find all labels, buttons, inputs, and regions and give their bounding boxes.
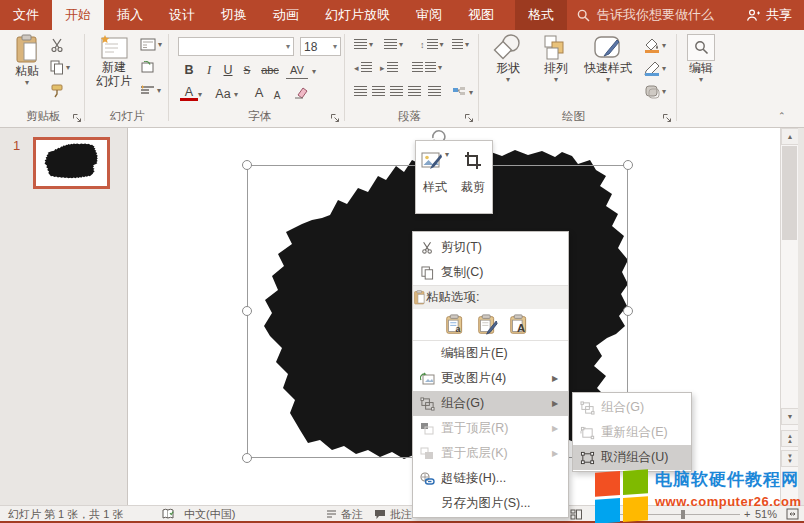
paste-use-destination-theme-button[interactable] — [475, 313, 499, 337]
collapse-ribbon-button[interactable]: ⌃ — [778, 111, 786, 121]
align-left-button[interactable] — [354, 86, 367, 97]
spell-check-button[interactable] — [162, 506, 175, 522]
tab-format[interactable]: 格式 — [515, 0, 567, 30]
quick-styles-button[interactable]: 快速样式 ▾ — [580, 34, 636, 83]
next-slide-button[interactable]: ▼▼ — [781, 450, 799, 467]
bullets-caret: ▾ — [369, 41, 373, 48]
submenu-arrow-icon: ▶ — [552, 399, 568, 408]
tab-slideshow[interactable]: 幻灯片放映 — [312, 0, 403, 30]
reset-slide-button[interactable] — [140, 61, 155, 74]
increase-indent-icon — [387, 62, 398, 73]
normal-view-button[interactable] — [570, 506, 582, 522]
share-button[interactable]: 共享 — [734, 0, 804, 30]
underline-button[interactable]: U — [219, 61, 237, 79]
clear-formatting-button[interactable] — [294, 86, 308, 99]
menu-item-copy[interactable]: 复制(C) — [413, 260, 568, 285]
decrease-indent-button[interactable]: ◂ — [354, 62, 372, 73]
arrange-caret: ▾ — [554, 76, 558, 83]
new-slide-button[interactable]: 新建 幻灯片 — [92, 34, 136, 88]
font-dialog-launcher[interactable] — [330, 113, 340, 123]
format-painter-icon — [50, 84, 64, 98]
paragraph-dialog-launcher[interactable] — [464, 113, 474, 123]
paste-picture-button[interactable]: A — [507, 313, 531, 337]
vertical-scrollbar[interactable]: ▲ ▼ ▲▲ ▼▼ — [780, 128, 798, 505]
bullets-button[interactable]: ▾ — [354, 39, 373, 50]
font-name-combo[interactable]: ▾ — [178, 37, 294, 56]
menu-item-save-as-picture[interactable]: 另存为图片(S)... — [413, 491, 568, 516]
section-button[interactable]: ▾ — [140, 84, 161, 97]
logo-square-green — [623, 469, 648, 495]
slide-indicator[interactable]: 幻灯片 第 1 张，共 1 张 — [8, 506, 124, 522]
menu-item-edit-picture[interactable]: 编辑图片(E) — [413, 341, 568, 366]
decrease-font-size-button[interactable]: A — [268, 86, 286, 104]
crop-button[interactable]: 裁剪 — [454, 141, 492, 213]
svg-text:A: A — [516, 322, 524, 334]
increase-font-size-button[interactable]: A — [250, 83, 268, 101]
shape-effects-button[interactable]: ▾ — [644, 84, 666, 99]
tab-home[interactable]: 开始 — [52, 0, 104, 30]
language-indicator[interactable]: 中文(中国) — [184, 506, 235, 522]
slide-layout-button[interactable]: ▾ — [140, 38, 162, 51]
menu-item-hyperlink[interactable]: 超链接(H)... — [413, 466, 568, 491]
increase-indent-button[interactable]: ▸ — [380, 62, 398, 73]
drawing-dialog-launcher[interactable] — [662, 113, 672, 123]
add-remove-columns-button[interactable] — [428, 86, 441, 97]
cut-button[interactable] — [50, 38, 65, 52]
tab-insert[interactable]: 插入 — [104, 0, 156, 30]
arrange-button[interactable]: 排列 ▾ — [536, 34, 576, 83]
copy-button[interactable]: ▾ — [50, 60, 70, 75]
paste-keep-source-formatting-button[interactable]: a — [443, 313, 467, 337]
convert-to-smartart-button[interactable]: ▾ — [452, 86, 473, 99]
menu-item-cut[interactable]: 剪切(T) — [413, 235, 568, 260]
numbering-button[interactable]: ▾ — [384, 39, 403, 50]
strikethrough-button[interactable]: S — [238, 61, 256, 79]
resize-handle-middle-left[interactable] — [242, 306, 252, 316]
scroll-down-button[interactable]: ▼ — [781, 408, 799, 425]
tell-me-box[interactable]: 告诉我你想要做什么 — [567, 0, 724, 30]
format-painter-button[interactable] — [50, 84, 64, 98]
clipboard-dialog-launcher[interactable] — [72, 113, 82, 123]
resize-handle-top-left[interactable] — [242, 160, 252, 170]
menu-item-change-picture[interactable]: 更改图片(4) ▶ — [413, 366, 568, 391]
line-spacing-button[interactable]: ↕▾ — [420, 39, 444, 50]
submenu-item-ungroup[interactable]: 取消组合(U) — [573, 445, 691, 470]
text-shadow-button[interactable]: abc — [258, 61, 282, 79]
font-size-combo[interactable]: 18 ▾ — [300, 37, 341, 56]
picture-style-button[interactable]: ▾ 样式 — [416, 141, 454, 213]
tab-animations[interactable]: 动画 — [260, 0, 312, 30]
notes-button[interactable]: 备注 — [326, 506, 363, 522]
resize-handle-top-right[interactable] — [623, 160, 633, 170]
submenu-item-regroup: 重新组合(E) — [573, 420, 691, 445]
tab-design[interactable]: 设计 — [156, 0, 208, 30]
bold-button[interactable]: B — [180, 61, 198, 79]
slide-canvas[interactable]: ▾ 样式 裁剪 剪切(T) 复制(C) — [129, 128, 780, 505]
tab-view[interactable]: 视图 — [455, 0, 507, 30]
columns-button[interactable]: ▾ — [412, 62, 442, 73]
shapes-button[interactable]: 形状 ▾ — [486, 34, 530, 83]
shape-outline-button[interactable]: ▾ — [644, 61, 666, 76]
comments-button[interactable]: 批注 — [374, 506, 412, 522]
font-color-button[interactable]: A — [180, 85, 198, 101]
resize-handle-middle-right[interactable] — [623, 306, 633, 316]
scrollbar-thumb[interactable] — [782, 146, 797, 240]
resize-handle-bottom-left[interactable] — [242, 453, 252, 463]
tab-review[interactable]: 审阅 — [403, 0, 455, 30]
submenu-ungroup-label: 取消组合(U) — [601, 449, 691, 466]
scroll-up-button[interactable]: ▲ — [781, 128, 799, 145]
paste-button[interactable]: 粘贴 ▾ — [8, 34, 46, 86]
text-direction-button[interactable]: ▾ — [452, 39, 469, 50]
previous-slide-button[interactable]: ▲▲ — [781, 430, 799, 447]
shape-fill-button[interactable]: ▾ — [644, 38, 666, 53]
slide-thumbnail[interactable] — [33, 137, 110, 189]
align-center-button[interactable] — [372, 86, 385, 97]
tab-file[interactable]: 文件 — [0, 0, 52, 30]
menu-item-group[interactable]: 组合(G) ▶ — [413, 391, 568, 416]
editing-button[interactable]: 编辑 ▾ — [684, 34, 718, 83]
text-direction-caret: ▾ — [465, 41, 469, 48]
italic-button[interactable]: I — [200, 61, 218, 79]
change-case-button[interactable]: Aa — [212, 85, 234, 103]
justify-button[interactable] — [408, 86, 421, 97]
align-right-button[interactable] — [390, 86, 403, 97]
tab-transitions[interactable]: 切换 — [208, 0, 260, 30]
character-spacing-button[interactable]: AV — [286, 61, 308, 79]
